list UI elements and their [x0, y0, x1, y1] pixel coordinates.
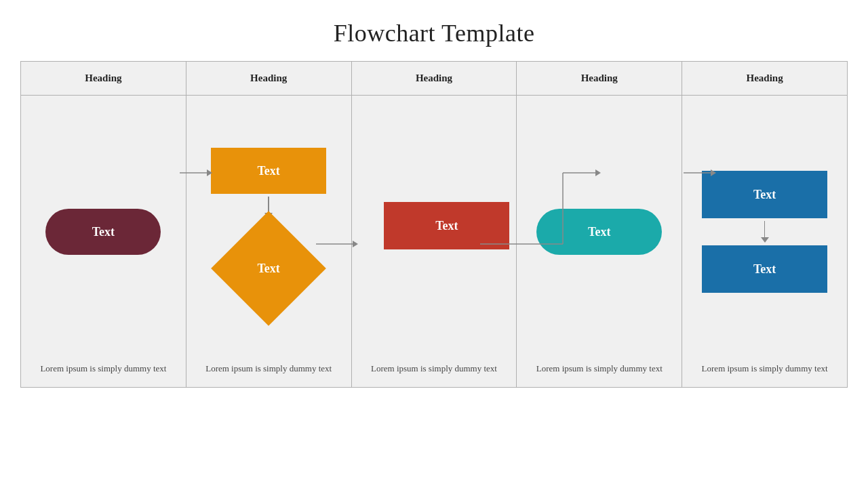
col1-description: Lorem ipsum is simply dummy text	[40, 355, 166, 375]
col5-rect-top: Text	[702, 171, 827, 218]
content-row: Text Lorem ipsum is simply dummy text Te…	[21, 96, 847, 387]
header-row: Heading Heading Heading Heading Heading	[21, 62, 847, 96]
col5-shapes-area: Text Text	[689, 109, 840, 355]
col2-shapes-area: Text Text	[193, 109, 344, 355]
col2-rect: Text	[211, 148, 326, 194]
col3-rect: Text	[384, 202, 509, 249]
col5-arrow-down	[758, 221, 772, 243]
col2-diamond-wrapper: Text	[221, 221, 316, 316]
column-5: Text Text Lorem ipsum is simply dummy te…	[682, 96, 847, 387]
col3-description: Lorem ipsum is simply dummy text	[371, 355, 497, 375]
header-col4: Heading	[517, 62, 682, 95]
header-col3: Heading	[352, 62, 517, 95]
col4-shapes-area: Text	[524, 109, 675, 355]
col5-description: Lorem ipsum is simply dummy text	[702, 355, 828, 375]
column-4: Text Lorem ipsum is simply dummy text	[517, 96, 682, 387]
header-col2: Heading	[186, 62, 352, 95]
header-col1: Heading	[21, 62, 186, 95]
col2-diamond-text: Text	[258, 262, 280, 276]
col2-description: Lorem ipsum is simply dummy text	[205, 355, 332, 375]
column-3: Text Lorem ipsum is simply dummy text	[352, 96, 517, 387]
col3-shapes-area: Text	[359, 109, 510, 355]
col5-rect-bottom: Text	[702, 245, 827, 293]
flowchart-container: Heading Heading Heading Heading Heading …	[20, 61, 848, 388]
page-title: Flowchart Template	[334, 0, 535, 61]
flowchart-wrapper: Heading Heading Heading Heading Heading …	[20, 61, 848, 388]
column-1: Text Lorem ipsum is simply dummy text	[21, 96, 186, 387]
column-2: Text Text Lorem ipsum is simply dummy te…	[186, 96, 352, 387]
col4-ellipse: Text	[536, 209, 662, 255]
col4-description: Lorem ipsum is simply dummy text	[536, 355, 663, 375]
col1-shapes-area: Text	[28, 109, 179, 355]
col1-ellipse: Text	[45, 209, 161, 255]
header-col5: Heading	[682, 62, 847, 95]
